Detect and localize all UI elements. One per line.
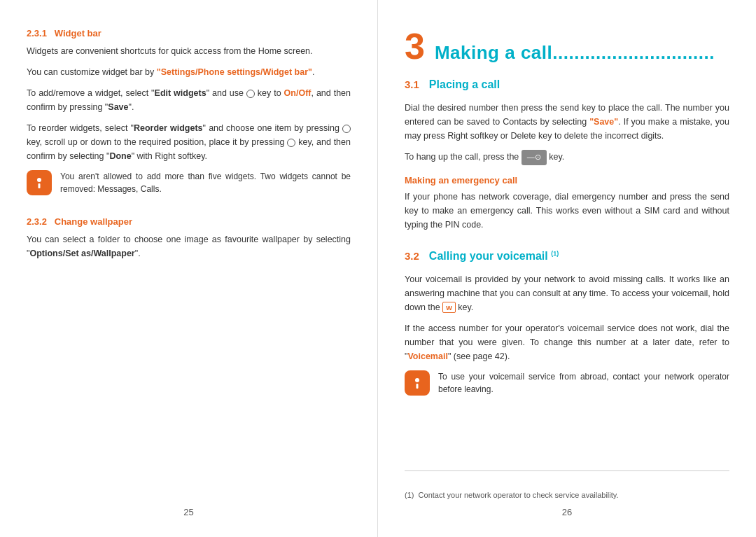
chapter-title: Making a call...........................… xyxy=(435,42,715,64)
left-page-number: 25 xyxy=(183,507,193,517)
section-2-3-2: 2.3.2 Change wallpaper You can select a … xyxy=(27,216,351,267)
section-2-3-1-para2: You can customize widget bar by "Setting… xyxy=(27,65,351,79)
footnote: (1) Contact your network operator to che… xyxy=(405,470,729,509)
left-page: 2.3.1 Widget bar Widgets are convenient … xyxy=(0,0,378,537)
circle-key-icon3 xyxy=(287,139,295,147)
section-2-3-2-heading: 2.3.2 Change wallpaper xyxy=(27,216,351,227)
circle-key-icon2 xyxy=(342,125,351,133)
section-3-1-number: 3.1 xyxy=(405,78,419,90)
w-key-icon: w xyxy=(442,302,456,313)
emergency-call-heading: Making an emergency call xyxy=(405,175,729,186)
section-2-3-1-para4: To reorder widgets, select "Reorder widg… xyxy=(27,121,351,163)
section-3-2: 3.2 Calling your voicemail (1) Your voic… xyxy=(405,247,729,410)
warning-icon xyxy=(31,175,47,190)
chapter-number: 3 xyxy=(405,28,425,64)
chapter-heading: 3 Making a call.........................… xyxy=(405,28,729,64)
section-3-1-title: Placing a call xyxy=(429,78,500,91)
section-2-3-1-para1: Widgets are convenient shortcuts for qui… xyxy=(27,44,351,58)
section-3-2-para2: If the access number for your operator's… xyxy=(405,321,729,363)
section-3-1-para1: Dial the desired number then press the s… xyxy=(405,101,729,143)
circle-key-icon xyxy=(246,90,255,98)
emergency-call-para: If your phone has network coverage, dial… xyxy=(405,190,729,232)
section-2-3-1: 2.3.1 Widget bar Widgets are convenient … xyxy=(27,28,351,209)
svg-point-0 xyxy=(37,178,41,182)
footnote-text: (1) Contact your network operator to che… xyxy=(405,482,729,502)
right-page: 3 Making a call.........................… xyxy=(378,0,756,537)
section-2-3-1-para3: To add/remove a widget, select "Edit wid… xyxy=(27,86,351,114)
svg-point-2 xyxy=(415,378,419,382)
svg-rect-1 xyxy=(38,183,41,188)
note-icon-widgets xyxy=(27,170,52,195)
section-3-2-para1: Your voicemail is provided by your netwo… xyxy=(405,272,729,314)
note-icon-voicemail xyxy=(405,370,430,396)
note-box-widgets: You aren't allowed to add more than five… xyxy=(27,170,351,202)
section-3-2-title: Calling your voicemail (1) xyxy=(429,250,559,263)
section-2-3-1-heading: 2.3.1 Widget bar xyxy=(27,28,351,39)
section-3-1-para2: To hang up the call, press the —⊙ key. xyxy=(405,150,729,165)
svg-rect-3 xyxy=(416,384,419,389)
section-3-2-number: 3.2 xyxy=(405,250,419,262)
end-call-key-icon: —⊙ xyxy=(522,150,547,165)
section-2-3-2-para1: You can select a folder to choose one im… xyxy=(27,232,351,260)
warning-icon2 xyxy=(410,375,425,391)
note-text-voicemail: To use your voicemail service from abroa… xyxy=(438,370,729,396)
section-3-1: 3.1 Placing a call Dial the desired numb… xyxy=(405,76,729,239)
right-page-number: 26 xyxy=(562,507,572,517)
note-text-widgets: You aren't allowed to add more than five… xyxy=(60,170,351,195)
note-box-voicemail: To use your voicemail service from abroa… xyxy=(405,370,729,403)
